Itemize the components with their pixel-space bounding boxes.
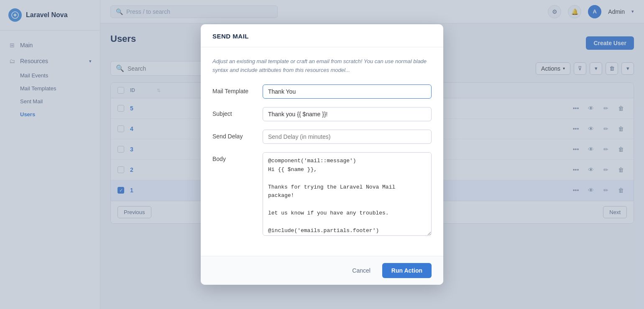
run-action-button[interactable]: Run Action (382, 263, 432, 278)
send-delay-input-wrap (263, 130, 432, 144)
cancel-button[interactable]: Cancel (345, 264, 377, 277)
modal-overlay: SEND MAIL Adjust an existing mail templa… (0, 0, 644, 309)
mail-template-field: Mail Template (212, 84, 432, 99)
send-delay-field: Send Delay (212, 130, 432, 144)
body-textarea[interactable]: @component('mail::message') Hi {{ $name … (263, 152, 432, 236)
mail-template-label: Mail Template (212, 84, 263, 94)
subject-field: Subject (212, 107, 432, 121)
mail-template-input[interactable] (263, 84, 432, 99)
body-label: Body (212, 152, 263, 162)
modal-footer: Cancel Run Action (201, 256, 443, 285)
modal-header: SEND MAIL (201, 24, 443, 47)
body-field: Body @component('mail::message') Hi {{ $… (212, 152, 432, 237)
send-delay-label: Send Delay (212, 130, 263, 140)
subject-input-wrap (263, 107, 432, 121)
modal-description: Adjust an existing mail template or craf… (212, 57, 432, 75)
modal-body: Adjust an existing mail template or craf… (201, 47, 443, 256)
body-input-wrap: @component('mail::message') Hi {{ $name … (263, 152, 432, 237)
send-delay-input[interactable] (263, 130, 432, 144)
modal-title: SEND MAIL (212, 33, 249, 40)
send-mail-modal: SEND MAIL Adjust an existing mail templa… (201, 24, 443, 285)
mail-template-input-wrap (263, 84, 432, 99)
subject-label: Subject (212, 107, 263, 117)
subject-input[interactable] (263, 107, 432, 121)
